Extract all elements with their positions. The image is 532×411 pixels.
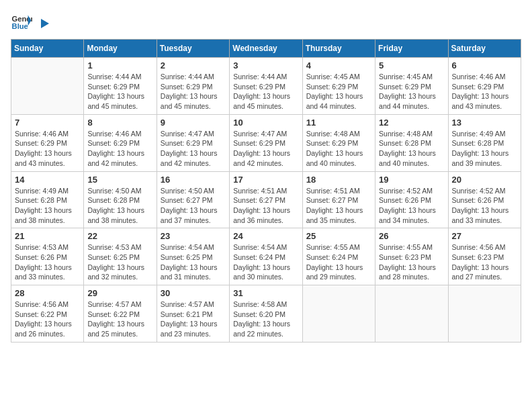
day-number: 5 bbox=[379, 60, 444, 71]
column-header-sunday: Sunday bbox=[11, 40, 84, 58]
calendar-cell: 30Sunrise: 4:57 AM Sunset: 6:21 PM Dayli… bbox=[157, 285, 229, 342]
calendar-cell: 10Sunrise: 4:47 AM Sunset: 6:29 PM Dayli… bbox=[230, 114, 302, 171]
week-row-3: 14Sunrise: 4:49 AM Sunset: 6:28 PM Dayli… bbox=[11, 171, 521, 228]
day-number: 27 bbox=[452, 231, 517, 241]
calendar-cell: 29Sunrise: 4:57 AM Sunset: 6:22 PM Dayli… bbox=[84, 285, 157, 342]
week-row-4: 21Sunrise: 4:53 AM Sunset: 6:26 PM Dayli… bbox=[11, 228, 521, 285]
column-header-wednesday: Wednesday bbox=[230, 40, 302, 58]
day-number: 18 bbox=[306, 175, 371, 185]
calendar-cell: 7Sunrise: 4:46 AM Sunset: 6:29 PM Daylig… bbox=[11, 114, 84, 171]
day-info: Sunrise: 4:46 AM Sunset: 6:29 PM Dayligh… bbox=[87, 129, 152, 169]
calendar-cell: 5Sunrise: 4:45 AM Sunset: 6:29 PM Daylig… bbox=[375, 58, 448, 115]
day-info: Sunrise: 4:55 AM Sunset: 6:24 PM Dayligh… bbox=[306, 242, 371, 282]
day-info: Sunrise: 4:53 AM Sunset: 6:25 PM Dayligh… bbox=[87, 242, 152, 282]
day-number: 9 bbox=[161, 118, 226, 128]
day-info: Sunrise: 4:57 AM Sunset: 6:22 PM Dayligh… bbox=[87, 300, 152, 339]
day-number: 6 bbox=[452, 60, 517, 71]
day-info: Sunrise: 4:45 AM Sunset: 6:29 PM Dayligh… bbox=[379, 72, 444, 111]
week-row-1: 1Sunrise: 4:44 AM Sunset: 6:29 PM Daylig… bbox=[11, 58, 521, 115]
day-info: Sunrise: 4:49 AM Sunset: 6:28 PM Dayligh… bbox=[452, 129, 517, 169]
day-number: 1 bbox=[87, 60, 152, 71]
calendar-cell: 3Sunrise: 4:44 AM Sunset: 6:29 PM Daylig… bbox=[230, 58, 302, 115]
day-info: Sunrise: 4:45 AM Sunset: 6:29 PM Dayligh… bbox=[306, 72, 371, 111]
day-info: Sunrise: 4:50 AM Sunset: 6:27 PM Dayligh… bbox=[161, 186, 226, 226]
day-info: Sunrise: 4:50 AM Sunset: 6:28 PM Dayligh… bbox=[87, 186, 152, 226]
day-number: 21 bbox=[15, 231, 80, 241]
calendar-cell: 8Sunrise: 4:46 AM Sunset: 6:29 PM Daylig… bbox=[84, 114, 157, 171]
day-number: 31 bbox=[233, 288, 298, 298]
calendar-cell: 20Sunrise: 4:52 AM Sunset: 6:26 PM Dayli… bbox=[448, 171, 521, 228]
day-info: Sunrise: 4:56 AM Sunset: 6:23 PM Dayligh… bbox=[452, 242, 517, 282]
day-info: Sunrise: 4:49 AM Sunset: 6:28 PM Dayligh… bbox=[15, 186, 80, 226]
calendar-cell bbox=[448, 285, 521, 342]
calendar-cell: 6Sunrise: 4:46 AM Sunset: 6:29 PM Daylig… bbox=[448, 58, 521, 115]
calendar-cell: 15Sunrise: 4:50 AM Sunset: 6:28 PM Dayli… bbox=[84, 171, 157, 228]
day-number: 16 bbox=[161, 175, 226, 185]
calendar-cell: 21Sunrise: 4:53 AM Sunset: 6:26 PM Dayli… bbox=[11, 228, 84, 285]
calendar-cell: 19Sunrise: 4:52 AM Sunset: 6:26 PM Dayli… bbox=[375, 171, 448, 228]
day-info: Sunrise: 4:47 AM Sunset: 6:29 PM Dayligh… bbox=[233, 129, 298, 169]
calendar-table: SundayMondayTuesdayWednesdayThursdayFrid… bbox=[11, 39, 521, 342]
logo-icon: General Blue bbox=[11, 11, 32, 32]
calendar-cell: 4Sunrise: 4:45 AM Sunset: 6:29 PM Daylig… bbox=[302, 58, 375, 115]
day-number: 2 bbox=[161, 60, 226, 71]
logo-triangle bbox=[36, 16, 50, 31]
day-number: 10 bbox=[233, 118, 298, 128]
day-number: 25 bbox=[306, 231, 371, 241]
column-header-thursday: Thursday bbox=[302, 40, 375, 58]
day-number: 4 bbox=[306, 60, 371, 71]
day-info: Sunrise: 4:46 AM Sunset: 6:29 PM Dayligh… bbox=[15, 129, 80, 169]
day-number: 13 bbox=[452, 118, 517, 128]
day-info: Sunrise: 4:51 AM Sunset: 6:27 PM Dayligh… bbox=[233, 186, 298, 226]
calendar-cell bbox=[11, 58, 84, 115]
day-number: 15 bbox=[87, 175, 152, 185]
calendar-cell: 11Sunrise: 4:48 AM Sunset: 6:29 PM Dayli… bbox=[302, 114, 375, 171]
day-number: 8 bbox=[87, 118, 152, 128]
day-info: Sunrise: 4:47 AM Sunset: 6:29 PM Dayligh… bbox=[161, 129, 226, 169]
day-info: Sunrise: 4:54 AM Sunset: 6:25 PM Dayligh… bbox=[161, 242, 226, 282]
day-info: Sunrise: 4:58 AM Sunset: 6:20 PM Dayligh… bbox=[233, 300, 298, 339]
calendar-cell: 17Sunrise: 4:51 AM Sunset: 6:27 PM Dayli… bbox=[230, 171, 302, 228]
day-info: Sunrise: 4:44 AM Sunset: 6:29 PM Dayligh… bbox=[87, 72, 152, 111]
day-info: Sunrise: 4:44 AM Sunset: 6:29 PM Dayligh… bbox=[161, 72, 226, 111]
svg-text:Blue: Blue bbox=[12, 22, 28, 30]
logo: General Blue bbox=[11, 11, 51, 32]
day-info: Sunrise: 4:48 AM Sunset: 6:28 PM Dayligh… bbox=[379, 129, 444, 169]
week-row-2: 7Sunrise: 4:46 AM Sunset: 6:29 PM Daylig… bbox=[11, 114, 521, 171]
calendar-cell: 24Sunrise: 4:54 AM Sunset: 6:24 PM Dayli… bbox=[230, 228, 302, 285]
day-number: 22 bbox=[87, 231, 152, 241]
day-number: 14 bbox=[15, 175, 80, 185]
day-info: Sunrise: 4:56 AM Sunset: 6:22 PM Dayligh… bbox=[15, 300, 80, 339]
calendar-cell: 28Sunrise: 4:56 AM Sunset: 6:22 PM Dayli… bbox=[11, 285, 84, 342]
day-number: 12 bbox=[379, 118, 444, 128]
day-number: 30 bbox=[161, 288, 226, 298]
calendar-cell: 18Sunrise: 4:51 AM Sunset: 6:27 PM Dayli… bbox=[302, 171, 375, 228]
calendar-cell: 26Sunrise: 4:55 AM Sunset: 6:23 PM Dayli… bbox=[375, 228, 448, 285]
day-info: Sunrise: 4:55 AM Sunset: 6:23 PM Dayligh… bbox=[379, 242, 444, 282]
header: General Blue bbox=[11, 11, 521, 32]
day-number: 3 bbox=[233, 60, 298, 71]
day-number: 29 bbox=[87, 288, 152, 298]
day-number: 11 bbox=[306, 118, 371, 128]
calendar-cell: 22Sunrise: 4:53 AM Sunset: 6:25 PM Dayli… bbox=[84, 228, 157, 285]
svg-marker-3 bbox=[41, 19, 49, 28]
day-info: Sunrise: 4:54 AM Sunset: 6:24 PM Dayligh… bbox=[233, 242, 298, 282]
day-info: Sunrise: 4:57 AM Sunset: 6:21 PM Dayligh… bbox=[161, 300, 226, 339]
day-number: 7 bbox=[15, 118, 80, 128]
column-header-monday: Monday bbox=[84, 40, 157, 58]
day-info: Sunrise: 4:44 AM Sunset: 6:29 PM Dayligh… bbox=[233, 72, 298, 111]
column-header-friday: Friday bbox=[375, 40, 448, 58]
day-info: Sunrise: 4:53 AM Sunset: 6:26 PM Dayligh… bbox=[15, 242, 80, 282]
day-number: 19 bbox=[379, 175, 444, 185]
calendar-header: SundayMondayTuesdayWednesdayThursdayFrid… bbox=[11, 40, 521, 58]
calendar-cell: 27Sunrise: 4:56 AM Sunset: 6:23 PM Dayli… bbox=[448, 228, 521, 285]
calendar-cell: 14Sunrise: 4:49 AM Sunset: 6:28 PM Dayli… bbox=[11, 171, 84, 228]
calendar-cell: 2Sunrise: 4:44 AM Sunset: 6:29 PM Daylig… bbox=[157, 58, 229, 115]
day-info: Sunrise: 4:51 AM Sunset: 6:27 PM Dayligh… bbox=[306, 186, 371, 226]
day-number: 17 bbox=[233, 175, 298, 185]
day-number: 20 bbox=[452, 175, 517, 185]
column-header-tuesday: Tuesday bbox=[157, 40, 229, 58]
calendar-cell bbox=[375, 285, 448, 342]
calendar-cell: 16Sunrise: 4:50 AM Sunset: 6:27 PM Dayli… bbox=[157, 171, 229, 228]
day-number: 26 bbox=[379, 231, 444, 241]
